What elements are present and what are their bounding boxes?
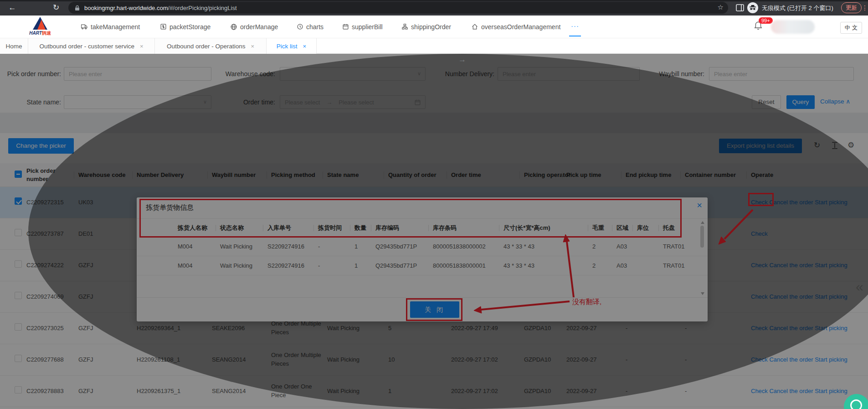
browser-back-icon[interactable]: ← [6,2,18,14]
language-toggle-button[interactable]: 中 文 [840,22,862,34]
bookmark-star-icon[interactable]: ☆ [718,3,724,11]
tab-outbound-operations[interactable]: Outbound order - Operations× [155,38,267,54]
tab-close-icon[interactable]: × [140,43,144,50]
menu-item-shipping-order[interactable]: shippingOrder [402,16,451,38]
notification-badge: 99+ [759,17,773,24]
menu-item-label: charts [306,23,324,31]
lock-icon [75,5,80,11]
incognito-label: 无痕模式 (已打开 2 个窗口) [762,4,833,12]
home-icon [472,24,478,30]
menu-item-label: overseasOrderManagement [481,23,560,31]
app-header: HART鹄速 takeManagement packetStorage orde… [0,16,868,38]
url-text: bookingmgr.hart-worldwide.com/#/orderPic… [84,5,237,11]
tab-close-icon[interactable]: × [251,43,255,50]
browser-refresh-icon[interactable]: ↻ [50,2,62,14]
hart-logo-mark [33,17,47,30]
package-icon [160,24,166,30]
calendar-icon [343,24,349,30]
menu-item-label: takeManagement [91,23,140,31]
notifications[interactable]: 99+ [754,21,762,32]
menu-item-label: orderManage [240,23,278,31]
browser-toolbar: ← → ↻ bookingmgr.hart-worldwide.com/#/or… [0,0,868,16]
browser-forward-icon[interactable]: → [28,54,868,409]
menu-item-charts[interactable]: charts [297,16,324,38]
tab-close-icon[interactable]: × [303,43,307,50]
menu-item-label: supplierBill [352,23,383,31]
browser-menu-icon[interactable]: ⋮ [862,3,868,13]
menu-item-packet-storage[interactable]: packetStorage [160,16,211,38]
menu-item-label: shippingOrder [411,23,451,31]
menu-item-order-manage[interactable]: orderManage [231,16,278,38]
screen: ← → ↻ bookingmgr.hart-worldwide.com/#/or… [0,0,868,409]
browser-update-button[interactable]: 更新 [841,2,862,13]
clock-icon [297,24,303,30]
hart-logo[interactable]: HART鹄速 [26,17,54,36]
address-bar[interactable]: bookingmgr.hart-worldwide.com/#/orderPic… [68,2,728,14]
truck-icon [81,24,87,30]
menu-item-label: packetStorage [169,23,211,31]
menu-item-supplier-bill[interactable]: supplierBill [343,16,383,38]
globe-icon [231,24,237,30]
tab-home[interactable]: Home [0,38,28,54]
menu-item-take-management[interactable]: takeManagement [81,16,140,38]
page-tab-bar: Home Outbound order - customer service× … [0,38,868,54]
org-icon [402,24,408,30]
side-panel-icon[interactable] [735,3,745,12]
hart-logo-text: HART鹄速 [26,30,54,36]
user-avatar[interactable] [771,20,815,34]
menu-more-button[interactable]: ··· [571,16,579,38]
tab-outbound-customer-service[interactable]: Outbound order - customer service× [28,38,155,54]
tab-pick-list[interactable]: Pick list× [267,38,317,54]
incognito-icon [747,2,758,13]
menu-item-overseas-order-management[interactable]: overseasOrderManagement [472,16,560,38]
